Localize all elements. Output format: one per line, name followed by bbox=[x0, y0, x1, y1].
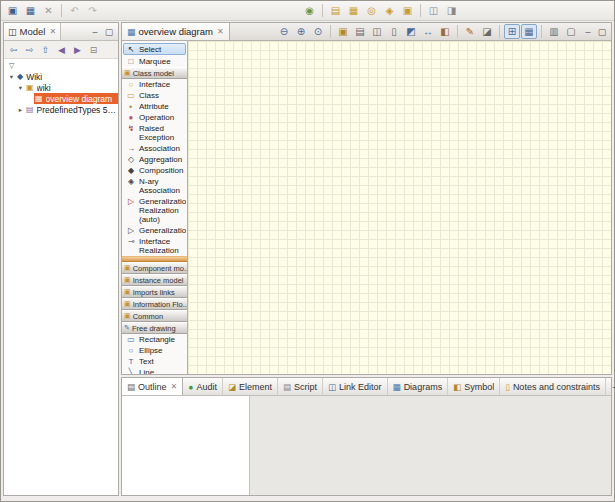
zoom-in-icon[interactable]: ⊕ bbox=[293, 24, 309, 39]
layers-icon[interactable]: ◪ bbox=[479, 24, 495, 39]
palette-item-aggregation[interactable]: ◇Aggregation bbox=[122, 154, 187, 165]
tab-script[interactable]: ▤Script bbox=[278, 378, 323, 395]
maximize-editor-icon[interactable]: ▢ bbox=[596, 26, 608, 38]
tree-item-overview-diagram[interactable]: ▦overview diagram bbox=[4, 93, 118, 104]
tab-outline[interactable]: ▤Outline✕ bbox=[122, 378, 183, 395]
editor-window-buttons: –▢ bbox=[579, 26, 611, 38]
palette-item-n-ary-association[interactable]: ◈N-ary Association bbox=[122, 176, 187, 196]
palette-item-text[interactable]: TText bbox=[122, 356, 187, 367]
delete-icon[interactable]: ✕ bbox=[40, 3, 57, 19]
show-links-icon[interactable]: ↔ bbox=[420, 24, 436, 39]
diagram-tab-label: overview diagram bbox=[139, 26, 213, 37]
bottom-tab-label: Link Editor bbox=[339, 382, 382, 392]
palette-item-line[interactable]: ╲Line bbox=[122, 367, 187, 374]
bottom-tab-label: Script bbox=[294, 382, 317, 392]
nav-up-icon[interactable]: ⇧ bbox=[38, 42, 53, 57]
new-state-diagram-icon[interactable]: ◈ bbox=[381, 2, 398, 18]
close-diagram-tab-icon[interactable]: ✕ bbox=[217, 27, 224, 36]
tab-diagrams[interactable]: ▦Diagrams bbox=[388, 378, 449, 395]
tree-item-predefinedtypes-5-3-00[interactable]: ▸▤PredefinedTypes 5.3.00 bbox=[4, 104, 118, 115]
palette-section-free-drawing[interactable]: ✎Free drawing bbox=[122, 322, 187, 334]
tab-element[interactable]: ◪Element bbox=[223, 378, 278, 395]
new-package-diagram-icon[interactable]: ▣ bbox=[399, 2, 416, 18]
save-image-icon[interactable]: ▣ bbox=[335, 24, 351, 39]
show-rulers-icon[interactable]: ▥ bbox=[546, 24, 562, 39]
tab-notes-icon: ▯ bbox=[505, 382, 510, 392]
palette-item-operation[interactable]: ●Operation bbox=[122, 112, 187, 123]
bottom-panel-content bbox=[122, 396, 611, 495]
minimize-model-view-icon[interactable]: – bbox=[89, 26, 101, 38]
palette-item-association[interactable]: →Association bbox=[122, 143, 187, 154]
page-layout-icon[interactable]: ▯ bbox=[386, 24, 402, 39]
palette-item-rectangle[interactable]: ▭Rectangle bbox=[122, 334, 187, 345]
palette-item-interface[interactable]: ○Interface bbox=[122, 79, 187, 90]
expander-icon[interactable]: ▾ bbox=[16, 84, 25, 92]
palette-item-generalizatio-realization-auto[interactable]: ▷Generalizatio... Realization (auto) bbox=[122, 196, 187, 225]
zoom-fit-icon[interactable]: ⊙ bbox=[310, 24, 326, 39]
palette-item-composition[interactable]: ◆Composition bbox=[122, 165, 187, 176]
close-model-view-icon[interactable]: ✕ bbox=[49, 27, 56, 36]
marquee-tool[interactable]: □Marquee bbox=[123, 55, 186, 67]
nav-back-icon[interactable]: ⇦ bbox=[6, 42, 21, 57]
collapse-all-icon[interactable]: ⊟ bbox=[86, 42, 101, 57]
copy-diagram-icon[interactable]: ◫ bbox=[369, 24, 385, 39]
save-icon[interactable]: ▦ bbox=[22, 3, 39, 19]
palette-item-class[interactable]: ▭Class bbox=[122, 90, 187, 101]
tree-item-wiki[interactable]: ▾◆Wiki bbox=[4, 71, 118, 82]
web-browser-icon[interactable]: ◫ bbox=[425, 2, 442, 18]
show-grid-icon[interactable]: ▦ bbox=[521, 24, 537, 39]
palette-section-imports-links[interactable]: ▣Imports links bbox=[122, 286, 187, 298]
editor-column: ▦ overview diagram ✕ ⊖⊕⊙▣▤◫▯◩↔◧✎◪⊞▦▥▢ –▢… bbox=[121, 22, 612, 496]
palette-section-class-model[interactable]: ▣Class model bbox=[122, 67, 187, 79]
palette-item-raised-exception[interactable]: ↯Raised Exception bbox=[122, 123, 187, 143]
palette-item-generalization[interactable]: ▷Generalization bbox=[122, 225, 187, 236]
bottom-tab-label: Symbol bbox=[464, 382, 494, 392]
tab-overview-diagram[interactable]: ▦ overview diagram ✕ bbox=[122, 23, 230, 40]
bottom-panel-tabbar: ▤Outline✕●Audit◪Element▤Script◫Link Edit… bbox=[122, 378, 611, 396]
palette-section-label: Instance model bbox=[133, 276, 184, 285]
palette-section-instance-model[interactable]: ▣Instance model bbox=[122, 274, 187, 286]
palette-section-information-flows[interactable]: ▣Information Flo... bbox=[122, 298, 187, 310]
palette-section-component-model[interactable]: ▣Component mo... bbox=[122, 262, 187, 274]
nav-forward-icon[interactable]: ⇨ bbox=[22, 42, 37, 57]
snap-to-grid-icon[interactable]: ⊞ bbox=[504, 24, 520, 39]
palette-item-interface-realization[interactable]: ⊸Interface Realization bbox=[122, 236, 187, 256]
tab-model[interactable]: ◫ Model ✕ bbox=[4, 23, 61, 40]
tab-notes[interactable]: ▯Notes and constraints bbox=[500, 378, 606, 395]
tab-symbol[interactable]: ◧Symbol bbox=[448, 378, 500, 395]
print-icon[interactable]: ▤ bbox=[352, 24, 368, 39]
palette-item-label: Interface bbox=[139, 80, 186, 89]
tree-item-wiki[interactable]: ▾▣wiki bbox=[4, 82, 118, 93]
palette-item-attribute[interactable]: ▪Attribute bbox=[122, 101, 187, 112]
diagram-canvas[interactable] bbox=[188, 41, 611, 374]
minimize-bottom-panel-icon[interactable]: – bbox=[609, 381, 615, 393]
tab-audit[interactable]: ●Audit bbox=[183, 378, 223, 395]
update-audit-icon[interactable]: ◉ bbox=[301, 2, 318, 18]
new-generic-diagram-icon[interactable]: ▤ bbox=[327, 2, 344, 18]
maximize-model-view-icon[interactable]: ▢ bbox=[103, 26, 115, 38]
minimize-editor-icon[interactable]: – bbox=[582, 26, 594, 38]
close-tab-outline-icon[interactable]: ✕ bbox=[171, 382, 178, 391]
show-parent-icon[interactable]: ◩ bbox=[403, 24, 419, 39]
new-usecase-diagram-icon[interactable]: ◎ bbox=[363, 2, 380, 18]
new-class-diagram-icon[interactable]: ▦ bbox=[345, 2, 362, 18]
prev-element-icon[interactable]: ◀ bbox=[54, 42, 69, 57]
new-model-icon[interactable]: ▣ bbox=[4, 3, 21, 19]
style-editor-icon[interactable]: ◧ bbox=[437, 24, 453, 39]
tree-filter-dropdown[interactable]: ▽ bbox=[4, 60, 118, 71]
next-element-icon[interactable]: ▶ bbox=[70, 42, 85, 57]
expander-icon[interactable]: ▸ bbox=[16, 106, 25, 114]
undo-icon[interactable]: ↶ bbox=[66, 3, 83, 19]
interface-realization-icon: ⊸ bbox=[126, 237, 136, 246]
tab-link-editor[interactable]: ◫Link Editor bbox=[323, 378, 388, 395]
redo-icon[interactable]: ↷ bbox=[84, 3, 101, 19]
expander-icon[interactable]: ▾ bbox=[7, 73, 16, 81]
select-tool[interactable]: ↖Select bbox=[123, 43, 186, 55]
settings-icon[interactable]: ◨ bbox=[443, 2, 460, 18]
page-bounds-icon[interactable]: ▢ bbox=[563, 24, 579, 39]
main-toolbar-left-group: ▣▦✕↶↷ bbox=[4, 3, 101, 19]
zoom-out-icon[interactable]: ⊖ bbox=[276, 24, 292, 39]
pencil-icon[interactable]: ✎ bbox=[462, 24, 478, 39]
palette-item-ellipse[interactable]: ○Ellipse bbox=[122, 345, 187, 356]
palette-section-common[interactable]: ▣Common bbox=[122, 310, 187, 322]
